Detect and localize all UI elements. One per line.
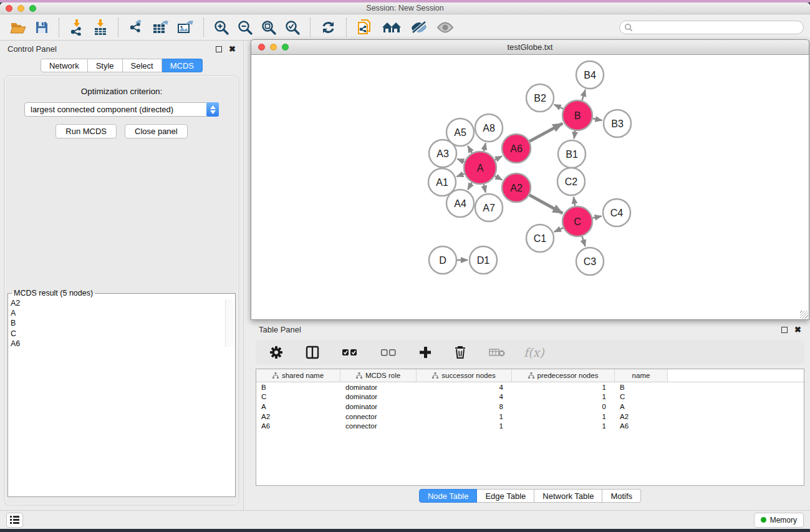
function-builder-icon[interactable]: f(x) [524, 346, 544, 359]
table-cell[interactable]: C [615, 393, 668, 400]
deselect-all-icon[interactable] [380, 349, 397, 356]
table-cell[interactable]: 1 [512, 422, 615, 430]
network-canvas[interactable]: B4B2BB3A8A5A6A3B1AC2A1A2A4A7C4CC1C3DD1 [251, 55, 809, 319]
graph-edge-A-A7[interactable] [484, 184, 486, 192]
window-titlebar[interactable]: Session: New Session [0, 2, 810, 14]
graph-edge-A6-B[interactable] [529, 123, 562, 142]
export-network-icon[interactable] [128, 19, 144, 36]
table-cell[interactable]: connector [340, 413, 417, 420]
graph-edge-B-B2[interactable] [554, 105, 564, 109]
column-header-successor-nodes[interactable]: successor nodes [417, 369, 512, 382]
graph-edge-C-C1[interactable] [554, 228, 563, 231]
table-cell[interactable]: dominator [340, 403, 417, 410]
criterion-dropdown[interactable]: largest connected component (directed) [24, 102, 219, 117]
hide-selected-icon[interactable] [410, 19, 428, 36]
graph-edge-B-B1[interactable] [574, 131, 576, 139]
first-neighbors-icon[interactable] [381, 19, 402, 36]
table-cell[interactable]: 1 [512, 393, 615, 400]
column-header-shared-name[interactable]: shared name [256, 369, 340, 382]
graph-edge-C-C4[interactable] [592, 216, 601, 218]
delete-table-icon[interactable] [489, 347, 505, 357]
search-field[interactable] [619, 21, 804, 34]
graph-edge-A-A3[interactable] [457, 159, 464, 162]
mcds-result-list[interactable]: A2ABCA6 [11, 298, 235, 349]
search-input[interactable] [636, 23, 799, 32]
tab-network-table[interactable]: Network Table [534, 489, 602, 503]
result-list-item[interactable]: A6 [11, 339, 235, 349]
network-close-button[interactable] [258, 44, 265, 51]
table-cell[interactable]: A6 [256, 422, 340, 430]
tab-mcds[interactable]: MCDS [162, 59, 203, 72]
network-minimize-button[interactable] [270, 44, 277, 51]
save-session-icon[interactable] [34, 20, 49, 35]
table-cell[interactable]: 8 [417, 403, 512, 410]
graph-edge-A-A6[interactable] [495, 156, 502, 160]
float-panel-icon[interactable] [781, 327, 788, 333]
table-cell[interactable]: 1 [417, 413, 512, 420]
table-cell[interactable]: A2 [615, 413, 668, 420]
graph-edge-A2-C[interactable] [529, 195, 562, 213]
resize-grip[interactable] [800, 311, 808, 319]
graph-edge-B-B4[interactable] [582, 90, 585, 100]
node-table[interactable]: shared nameMCDS rolesuccessor nodesprede… [256, 369, 804, 486]
zoom-out-icon[interactable] [237, 19, 253, 36]
table-cell[interactable]: 4 [417, 393, 512, 400]
graph-edge-A-A2[interactable] [495, 176, 503, 180]
network-window-titlebar[interactable]: testGlobe.txt [251, 40, 809, 55]
table-cell[interactable]: B [615, 384, 668, 391]
table-row[interactable]: Bdominator41B [256, 382, 804, 392]
result-list-item[interactable]: A2 [11, 298, 235, 308]
memory-button[interactable]: Memory [754, 513, 804, 528]
result-scrollbar[interactable] [225, 299, 233, 347]
graph-edge-C-C3[interactable] [582, 236, 585, 246]
tab-motifs[interactable]: Motifs [602, 489, 641, 503]
zoom-window-button[interactable] [29, 5, 36, 12]
table-cell[interactable]: A2 [256, 413, 340, 420]
zoom-fit-icon[interactable] [261, 19, 277, 36]
gear-icon[interactable] [269, 346, 283, 359]
zoom-in-icon[interactable] [213, 19, 229, 36]
close-panel-button[interactable]: Close panel [125, 124, 188, 138]
table-row[interactable]: Cdominator41C [256, 392, 804, 402]
table-cell[interactable]: 1 [417, 422, 512, 430]
close-panel-icon[interactable]: ✖ [794, 327, 801, 333]
graph-edge-A-A8[interactable] [484, 143, 486, 151]
table-cell[interactable]: 0 [512, 403, 615, 410]
result-list-item[interactable]: A [11, 308, 235, 318]
table-cell[interactable]: 1 [512, 413, 615, 420]
column-header-predecessor-nodes[interactable]: predecessor nodes [512, 369, 615, 382]
table-cell[interactable]: A [256, 403, 340, 410]
export-table-icon[interactable] [152, 19, 169, 36]
import-table-icon[interactable] [92, 19, 108, 36]
network-view-window[interactable]: testGlobe.txt B4B2BB3A8A5A6A3B1AC2A1A2A4… [251, 39, 809, 320]
table-row[interactable]: A2connector11A2 [256, 412, 804, 422]
select-all-icon[interactable] [342, 349, 358, 356]
result-list-item[interactable]: C [11, 329, 235, 339]
tab-network[interactable]: Network [41, 59, 88, 72]
close-window-button[interactable] [6, 5, 12, 12]
export-image-icon[interactable] [176, 19, 194, 36]
table-cell[interactable]: B [256, 384, 340, 391]
table-row[interactable]: A6connector11A6 [256, 421, 804, 431]
import-network-icon[interactable] [69, 19, 85, 36]
graph-edge-B-B3[interactable] [592, 118, 602, 120]
tab-style[interactable]: Style [88, 59, 123, 72]
table-row[interactable]: Adominator80A [256, 402, 804, 412]
delete-column-icon[interactable] [454, 346, 466, 359]
add-column-icon[interactable] [419, 346, 432, 359]
tab-edge-table[interactable]: Edge Table [477, 489, 534, 503]
open-file-icon[interactable] [10, 20, 27, 35]
table-cell[interactable]: connector [340, 422, 417, 430]
network-zoom-button[interactable] [282, 44, 289, 51]
refresh-layout-icon[interactable] [320, 19, 337, 36]
column-header-mcds-role[interactable]: MCDS role [340, 369, 417, 382]
new-network-from-selection-icon[interactable] [356, 19, 374, 36]
graph-edge-A-A1[interactable] [456, 174, 464, 177]
table-cell[interactable]: A [615, 403, 668, 410]
table-cell[interactable]: A6 [615, 422, 668, 430]
columns-icon[interactable] [306, 346, 319, 359]
close-panel-icon[interactable]: ✖ [229, 46, 236, 52]
show-panels-button[interactable] [6, 513, 23, 528]
minimize-window-button[interactable] [17, 5, 24, 12]
table-cell[interactable]: dominator [340, 393, 417, 400]
